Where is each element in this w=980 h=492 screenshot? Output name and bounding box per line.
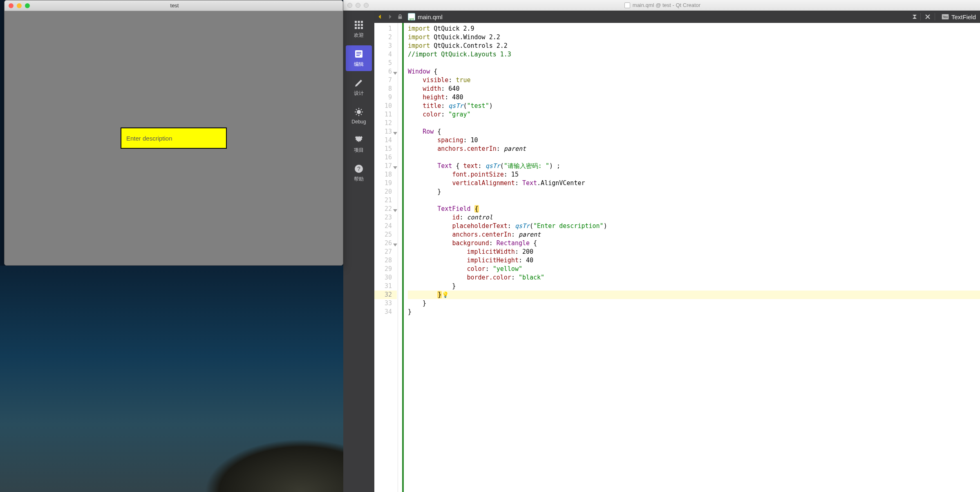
line-number-gutter: 1234567891011121314151617181920212223242… [374, 23, 398, 492]
code-line[interactable] [408, 153, 980, 162]
code-line[interactable]: } [408, 282, 980, 291]
code-line[interactable]: color: "yellow" [408, 265, 980, 273]
qtcreator-window: main.qml @ test - Qt Creator 欢迎编辑设计Debug… [343, 0, 980, 492]
code-line[interactable]: width: 640 [408, 85, 980, 93]
svg-rect-2 [361, 21, 363, 23]
symbol-name: TextField [951, 13, 976, 20]
textfield-symbol-icon: Tex [942, 14, 949, 20]
sidebar-item-label: Debug [351, 119, 366, 125]
code-line[interactable]: title: qsTr("test") [408, 102, 980, 110]
code-line[interactable]: background: Rectangle { [408, 239, 980, 248]
sidebar-item-project[interactable]: 项目 [346, 131, 372, 157]
mode-sidebar: 欢迎编辑设计Debug项目?帮助 [343, 11, 374, 492]
description-field[interactable] [126, 135, 221, 142]
code-line[interactable]: import QtQuick.Window 2.2 [408, 33, 980, 42]
code-line[interactable]: id: control [408, 213, 980, 222]
svg-rect-6 [355, 27, 357, 29]
code-line[interactable]: color: "gray" [408, 110, 980, 119]
sidebar-item-debug[interactable]: Debug [346, 103, 372, 128]
welcome-icon [354, 20, 364, 30]
qtcreator-window-title: main.qml @ test - Qt Creator [349, 2, 976, 9]
code-line[interactable]: anchors.centerIn: parent [408, 145, 980, 153]
sidebar-item-label: 帮助 [354, 176, 364, 183]
code-line[interactable]: font.pointSize: 15 [408, 170, 980, 179]
sidebar-item-help[interactable]: ?帮助 [346, 160, 372, 186]
code-line[interactable]: anchors.centerIn: parent [408, 230, 980, 239]
open-file-name: main.qml [418, 13, 443, 20]
preview-window: test [4, 0, 343, 266]
lock-icon[interactable] [396, 14, 405, 20]
sidebar-item-design[interactable]: 设计 [346, 74, 372, 100]
svg-rect-3 [355, 24, 357, 26]
code-editor[interactable]: 1234567891011121314151617181920212223242… [374, 23, 980, 492]
code-area[interactable]: import QtQuick 2.9import QtQuick.Window … [404, 23, 980, 492]
code-line[interactable]: verticalAlignment: Text.AlignVCenter [408, 179, 980, 188]
editor-toolbar: main.qml Tex TextField [374, 11, 980, 23]
symbol-crumb[interactable]: Tex TextField [937, 13, 980, 20]
sidebar-item-label: 设计 [354, 90, 364, 97]
svg-rect-8 [361, 27, 363, 29]
file-dropdown[interactable] [911, 15, 918, 19]
code-line[interactable]: height: 480 [408, 93, 980, 102]
debug-icon [354, 107, 364, 117]
svg-rect-1 [358, 21, 360, 23]
nav-forward-button[interactable] [385, 11, 396, 22]
document-icon [624, 2, 630, 8]
svg-rect-10 [356, 52, 361, 53]
close-document-button[interactable] [923, 14, 932, 19]
sidebar-item-label: 欢迎 [354, 32, 364, 39]
code-line[interactable]: visible: true [408, 76, 980, 85]
code-line[interactable] [408, 59, 980, 67]
design-icon [354, 78, 364, 88]
code-line[interactable]: import QtQuick.Controls 2.2 [408, 42, 980, 50]
code-line[interactable]: Window { [408, 67, 980, 76]
code-line[interactable]: TextField { [408, 205, 980, 213]
edit-icon [354, 49, 364, 59]
fold-column [398, 23, 404, 492]
code-line[interactable]: placeholderText: qsTr("Enter description… [408, 222, 980, 230]
help-icon: ? [354, 163, 364, 174]
code-line[interactable]: Text { text: qsTr("请输入密码: ") ; [408, 162, 980, 170]
code-line[interactable]: implicitWidth: 200 [408, 248, 980, 256]
code-line[interactable]: }💡 [408, 291, 980, 299]
code-line[interactable]: spacing: 10 [408, 136, 980, 145]
code-line[interactable]: } [408, 299, 980, 308]
svg-rect-0 [355, 21, 357, 23]
svg-rect-12 [356, 55, 360, 56]
preview-body [4, 11, 343, 265]
svg-point-13 [357, 110, 361, 114]
desktop-area: test [0, 0, 343, 492]
project-icon [354, 134, 364, 145]
svg-rect-11 [356, 54, 361, 54]
sidebar-item-label: 编辑 [354, 61, 364, 68]
sidebar-item-welcome[interactable]: 欢迎 [346, 16, 372, 42]
code-line[interactable]: import QtQuick 2.9 [408, 25, 980, 33]
svg-text:?: ? [357, 165, 360, 172]
code-line[interactable]: } [408, 188, 980, 196]
description-field-wrap [121, 127, 227, 149]
preview-titlebar[interactable]: test [4, 0, 343, 11]
nav-back-button[interactable] [374, 11, 385, 22]
code-line[interactable]: implicitHeight: 40 [408, 256, 980, 265]
desktop-wallpaper [0, 266, 343, 492]
qtcreator-titlebar[interactable]: main.qml @ test - Qt Creator [343, 0, 980, 11]
qml-file-icon [408, 13, 415, 20]
code-line[interactable]: } [408, 308, 980, 316]
code-line[interactable]: border.color: "black" [408, 273, 980, 282]
svg-rect-4 [358, 24, 360, 26]
code-line[interactable]: //import QtQuick.Layouts 1.3 [408, 50, 980, 59]
code-line[interactable] [408, 119, 980, 127]
code-line[interactable]: Row { [408, 127, 980, 136]
svg-rect-7 [358, 27, 360, 29]
open-file-crumb[interactable]: main.qml [405, 13, 446, 20]
sidebar-item-label: 项目 [354, 147, 364, 154]
sidebar-item-edit[interactable]: 编辑 [346, 45, 372, 71]
code-line[interactable] [408, 196, 980, 205]
preview-window-title: test [10, 2, 339, 9]
editor-column: main.qml Tex TextField 12345678910111213… [374, 11, 980, 492]
wallpaper-rocks [204, 439, 343, 492]
svg-rect-5 [361, 24, 363, 26]
